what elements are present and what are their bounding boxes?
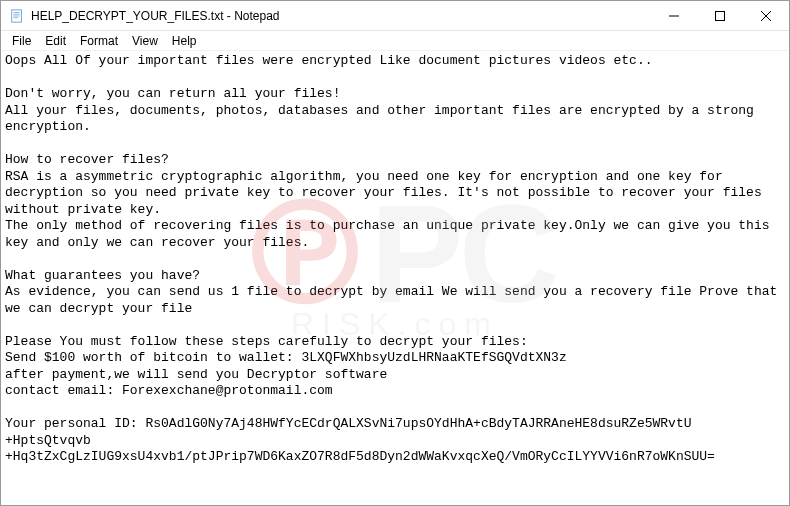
minimize-button[interactable]	[651, 1, 697, 30]
close-button[interactable]	[743, 1, 789, 30]
menu-file[interactable]: File	[5, 32, 38, 50]
menu-edit[interactable]: Edit	[38, 32, 73, 50]
window-title: HELP_DECRYPT_YOUR_FILES.txt - Notepad	[31, 9, 651, 23]
menu-help[interactable]: Help	[165, 32, 204, 50]
menubar: File Edit Format View Help	[1, 31, 789, 51]
menu-view[interactable]: View	[125, 32, 165, 50]
notepad-window: HELP_DECRYPT_YOUR_FILES.txt - Notepad Fi…	[0, 0, 790, 506]
svg-rect-6	[716, 11, 725, 20]
text-area[interactable]: Oops All Of your important files were en…	[1, 51, 789, 505]
maximize-button[interactable]	[697, 1, 743, 30]
window-controls	[651, 1, 789, 30]
menu-format[interactable]: Format	[73, 32, 125, 50]
titlebar: HELP_DECRYPT_YOUR_FILES.txt - Notepad	[1, 1, 789, 31]
notepad-icon	[9, 8, 25, 24]
